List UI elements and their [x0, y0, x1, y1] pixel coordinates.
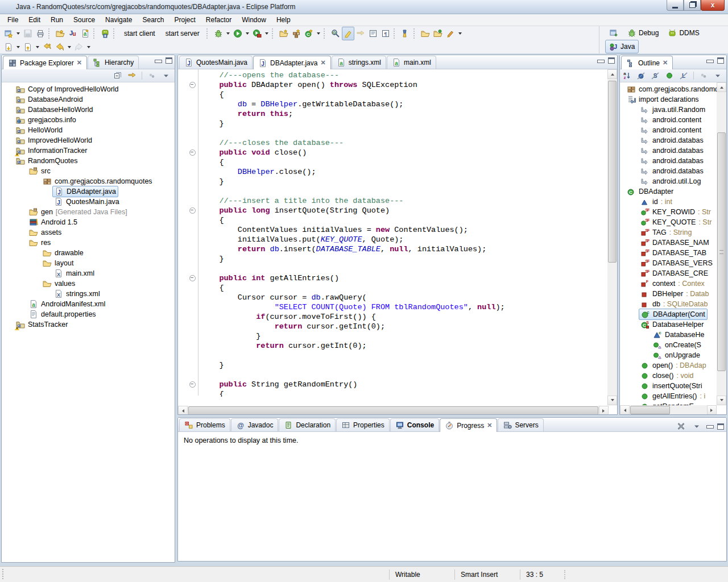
code-line[interactable]: return cursor.getInt(0);: [201, 322, 599, 331]
code-line[interactable]: return this;: [201, 109, 599, 119]
outline-item-android-content[interactable]: android.content: [620, 125, 717, 135]
code-line[interactable]: }: [201, 177, 599, 186]
code-line[interactable]: DBHelper.close();: [201, 167, 599, 177]
project-item-res[interactable]: res: [2, 238, 175, 248]
hide-non-public-button[interactable]: [663, 69, 676, 82]
back-button[interactable]: [53, 40, 66, 54]
annotation-pen-button[interactable]: [444, 27, 457, 40]
menu-file[interactable]: File: [2, 15, 23, 25]
hide-local-types-button[interactable]: L: [677, 69, 690, 82]
editor-vertical-scrollbar[interactable]: [607, 69, 617, 405]
code-line[interactable]: }: [201, 119, 599, 128]
editor-tab-strings-xml[interactable]: astrings.xml: [332, 56, 386, 69]
show-source-button[interactable]: [367, 27, 379, 40]
menu-project[interactable]: Project: [169, 15, 200, 25]
outline-item-db[interactable]: db: SQLiteDatab: [620, 299, 717, 309]
project-item-databaseandroid[interactable]: JDatabaseAndroid: [2, 94, 175, 105]
new-class-button[interactable]: C: [303, 27, 315, 40]
project-item-databasehelloworld[interactable]: JDatabaseHelloWorld: [2, 105, 175, 115]
dropdown-arrow-icon[interactable]: [317, 32, 320, 35]
code-line[interactable]: ContentValues initialValues = new Conten…: [201, 225, 599, 235]
maximize-view-icon[interactable]: [608, 57, 615, 64]
fold-collapse-icon[interactable]: [189, 149, 196, 156]
outline-item-databasehelper[interactable]: CSDatabaseHelper: [620, 319, 717, 330]
code-line[interactable]: [201, 128, 599, 138]
outline-item-database-tab[interactable]: SFDATABASE_TAB: [620, 248, 717, 258]
view-tab-problems[interactable]: Problems: [179, 418, 230, 431]
editor-tab-dbadapter-java[interactable]: JDBAdapter.java✕: [253, 56, 331, 69]
dropdown-arrow-icon[interactable]: [458, 32, 462, 35]
titlebar[interactable]: Java - RandomQuotes/src/com/gregjacobs/r…: [0, 0, 728, 14]
perspective-debug-button[interactable]: Debug: [623, 26, 663, 40]
collapse-all-button[interactable]: [111, 69, 124, 82]
view-menu-arrow-button[interactable]: [712, 69, 724, 82]
outline-item-id[interactable]: id: int: [620, 197, 717, 207]
hide-fields-button[interactable]: [635, 69, 647, 82]
code-line[interactable]: public int getAllEntries(): [201, 273, 599, 283]
minimize-view-icon[interactable]: [706, 60, 714, 63]
view-tab-console[interactable]: Console: [390, 418, 439, 431]
outline-item-android-content[interactable]: android.content: [620, 115, 717, 125]
next-annotation-button[interactable]: [2, 40, 15, 54]
view-tab-hierarchy[interactable]: Hierarchy: [88, 56, 139, 69]
dropdown-arrow-icon[interactable]: [265, 32, 268, 35]
maximize-view-icon[interactable]: [166, 57, 172, 64]
project-item-strings-xml[interactable]: Xstrings.xml: [2, 289, 175, 299]
outline-item-key-rowid[interactable]: SFKEY_ROWID: Str: [620, 207, 717, 217]
outline-item-android-util-log[interactable]: android.util.Log: [620, 176, 717, 186]
fast-view-icon[interactable]: [13, 569, 22, 578]
menu-edit[interactable]: Edit: [23, 15, 46, 25]
outline-item-database-vers[interactable]: SFDATABASE_VERS: [620, 258, 717, 268]
code-line[interactable]: [201, 186, 599, 196]
project-item-androidmanifest-xml[interactable]: aAndroidManifest.xml: [2, 299, 175, 309]
outline-item-com-gregjacobs-randomquotes[interactable]: com.gregjacobs.randomquotes: [620, 84, 717, 94]
view-tab-servers[interactable]: Servers: [498, 418, 543, 431]
outline-vertical-scrollbar[interactable]: [717, 82, 726, 405]
code-line[interactable]: Cursor cursor = db.rawQuery(: [201, 293, 599, 302]
link-with-editor-button[interactable]: [354, 27, 367, 40]
code-line[interactable]: //---closes the database---: [201, 138, 599, 148]
project-item-improvedhelloworld[interactable]: JImprovedHelloWorld: [2, 135, 175, 146]
code-line[interactable]: return db.insert(DATABASE_TABLE, null, i…: [201, 244, 599, 254]
outline-item-close[interactable]: close(): void: [620, 371, 717, 381]
view-tab-outline[interactable]: Outline✕: [621, 56, 673, 69]
project-item-android-1-5[interactable]: Android 1.5: [2, 217, 175, 227]
open-type-button[interactable]: G: [329, 27, 342, 40]
code-line[interactable]: {: [201, 157, 599, 167]
outline-item-dbadapter[interactable]: CDBAdapter: [620, 186, 717, 197]
close-tab-icon[interactable]: ✕: [77, 60, 82, 66]
minimize-view-icon[interactable]: [706, 425, 714, 429]
close-tab-icon[interactable]: ✕: [663, 60, 668, 66]
link-with-editor-button[interactable]: [126, 69, 138, 82]
code-line[interactable]: db = DBHelper.getWritableDatabase();: [201, 99, 599, 109]
outline-item-key-quote[interactable]: SFKEY_QUOTE: Str: [620, 217, 717, 227]
fold-collapse-icon[interactable]: [189, 207, 196, 214]
project-item-quotesmain-java[interactable]: JQuotesMain.java: [2, 197, 175, 207]
code-line[interactable]: [201, 370, 599, 380]
project-item-dbadapter-java[interactable]: JDBAdapter.java: [2, 186, 175, 197]
minimize-view-icon[interactable]: [597, 60, 605, 63]
view-tab-progress[interactable]: Progress✕: [440, 418, 497, 432]
sort-button[interactable]: az: [621, 69, 633, 82]
code-line[interactable]: }: [201, 331, 599, 341]
code-line[interactable]: {: [201, 215, 599, 225]
maximize-view-icon[interactable]: [717, 57, 724, 64]
view-menu-arrow-button[interactable]: [160, 69, 172, 82]
code-line[interactable]: [201, 264, 599, 273]
start-client-button[interactable]: start client: [119, 27, 160, 40]
dropdown-arrow-icon[interactable]: [36, 46, 39, 48]
editor-hscroll-thumb[interactable]: [188, 406, 598, 415]
print-button[interactable]: [34, 27, 47, 40]
outline-item-java-util-random[interactable]: java.util.Random: [620, 105, 717, 115]
outline-horizontal-scrollbar[interactable]: [620, 405, 717, 415]
forward-button[interactable]: [73, 40, 85, 54]
close-window-button[interactable]: x: [701, 0, 725, 11]
menu-source[interactable]: Source: [68, 15, 100, 25]
new-java-project-button[interactable]: [278, 27, 290, 40]
outline-item-android-databas[interactable]: android.databas: [620, 135, 717, 146]
project-item-gen[interactable]: gen [Generated Java Files]: [2, 207, 175, 217]
project-item-default-properties[interactable]: default.properties: [2, 309, 175, 319]
android-sdk-manager-button[interactable]: [99, 27, 111, 40]
view-menu-dots-button[interactable]: [697, 69, 710, 82]
remove-terminated-button[interactable]: [675, 420, 687, 433]
